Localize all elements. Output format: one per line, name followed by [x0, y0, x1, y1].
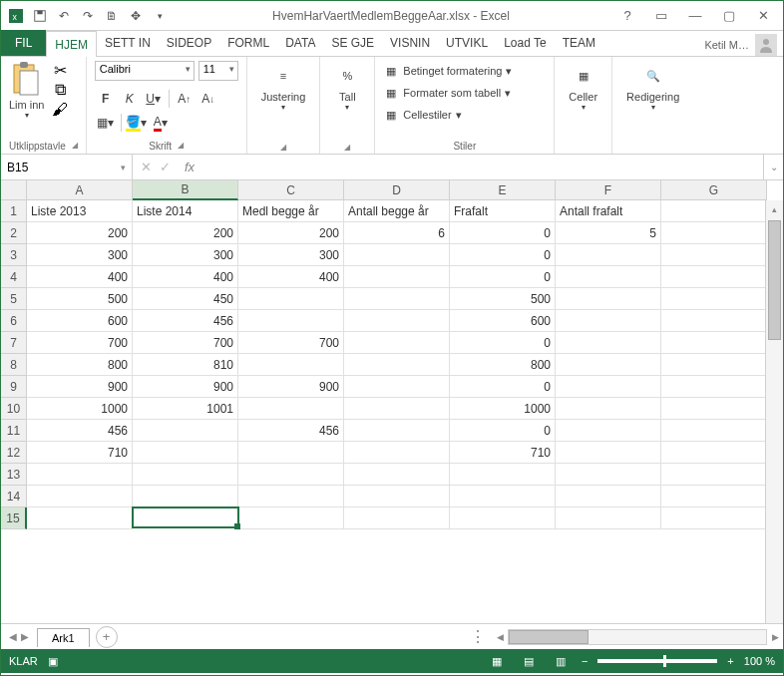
- row-header[interactable]: 14: [1, 486, 27, 507]
- row-header[interactable]: 2: [1, 222, 27, 244]
- cell[interactable]: 1000: [27, 398, 133, 420]
- cell[interactable]: [661, 222, 767, 244]
- bold-button[interactable]: F: [95, 89, 117, 109]
- cell[interactable]: 300: [27, 244, 133, 266]
- zoom-level[interactable]: 100 %: [744, 655, 775, 667]
- row-header[interactable]: 5: [1, 288, 27, 310]
- cell[interactable]: [556, 266, 661, 288]
- cell[interactable]: [556, 376, 661, 398]
- cell[interactable]: Antall begge år: [344, 200, 450, 222]
- zoom-slider[interactable]: [597, 659, 717, 663]
- cell[interactable]: 0: [450, 420, 556, 442]
- cell[interactable]: 300: [133, 244, 238, 266]
- cell[interactable]: 0: [450, 244, 556, 266]
- cell[interactable]: 700: [238, 332, 344, 354]
- cell[interactable]: 0: [450, 332, 556, 354]
- cell[interactable]: [661, 486, 767, 507]
- borders-button[interactable]: ▦▾: [95, 113, 117, 133]
- cell[interactable]: 0: [450, 222, 556, 244]
- custom-icon[interactable]: ✥: [127, 7, 145, 25]
- cell[interactable]: [344, 310, 450, 332]
- row-header[interactable]: 10: [1, 398, 27, 420]
- maximize-button[interactable]: ▢: [715, 6, 743, 26]
- page-break-view-icon[interactable]: ▥: [550, 652, 572, 670]
- cell[interactable]: 1001: [133, 398, 238, 420]
- row-header[interactable]: 11: [1, 420, 27, 442]
- row-header[interactable]: 1: [1, 200, 27, 222]
- sheet-tab[interactable]: Ark1: [37, 628, 90, 647]
- cell[interactable]: [344, 507, 450, 529]
- copy-icon[interactable]: ⧉: [50, 81, 70, 99]
- tab-data[interactable]: DATA: [277, 30, 323, 56]
- cell[interactable]: 450: [133, 288, 238, 310]
- cell[interactable]: [344, 354, 450, 376]
- paste-button[interactable]: Lim inn ▾: [9, 61, 44, 120]
- cell[interactable]: [661, 266, 767, 288]
- cell[interactable]: [661, 376, 767, 398]
- column-header[interactable]: D: [344, 180, 450, 200]
- cell[interactable]: 300: [238, 244, 344, 266]
- cell[interactable]: [556, 332, 661, 354]
- cell[interactable]: Liste 2013: [27, 200, 133, 222]
- cell[interactable]: [450, 507, 556, 529]
- cell[interactable]: Medl begge år: [238, 200, 344, 222]
- cell[interactable]: 0: [450, 266, 556, 288]
- column-header[interactable]: A: [27, 180, 133, 200]
- qat-dropdown-icon[interactable]: ▾: [151, 7, 169, 25]
- cell[interactable]: [133, 442, 238, 464]
- expand-formula-bar-icon[interactable]: ⌄: [763, 155, 783, 179]
- cell[interactable]: [344, 244, 450, 266]
- tab-loadtest[interactable]: Load Te: [496, 30, 555, 56]
- tab-developer[interactable]: UTVIKL: [438, 30, 496, 56]
- row-header[interactable]: 13: [1, 464, 27, 486]
- cell[interactable]: 400: [27, 266, 133, 288]
- format-painter-icon[interactable]: 🖌: [50, 101, 70, 119]
- column-header[interactable]: C: [238, 180, 344, 200]
- cell[interactable]: [344, 398, 450, 420]
- add-sheet-button[interactable]: +: [96, 626, 118, 648]
- cell[interactable]: [344, 332, 450, 354]
- dialog-launcher-icon[interactable]: ◢: [72, 141, 78, 152]
- cell[interactable]: 710: [450, 442, 556, 464]
- cell[interactable]: [556, 420, 661, 442]
- font-color-button[interactable]: A▾: [150, 113, 172, 133]
- cell[interactable]: [556, 442, 661, 464]
- column-header[interactable]: F: [556, 180, 661, 200]
- cell[interactable]: [133, 420, 238, 442]
- cell[interactable]: [238, 354, 344, 376]
- cell-styles-button[interactable]: ▦Cellestiler▾: [383, 105, 461, 125]
- cell[interactable]: 400: [133, 266, 238, 288]
- tab-pagelayout[interactable]: SIDEOP: [159, 30, 219, 56]
- fill-color-button[interactable]: 🪣▾: [126, 113, 148, 133]
- cell[interactable]: 600: [27, 310, 133, 332]
- column-header[interactable]: E: [450, 180, 556, 200]
- row-header[interactable]: 12: [1, 442, 27, 464]
- user-name[interactable]: Ketil M…: [704, 39, 749, 51]
- cell[interactable]: 700: [133, 332, 238, 354]
- tab-insert[interactable]: SETT IN: [97, 30, 159, 56]
- horizontal-scrollbar[interactable]: ⋮ ◀ ▶: [464, 624, 783, 649]
- cell[interactable]: [661, 420, 767, 442]
- cell[interactable]: Antall frafalt: [556, 200, 661, 222]
- cell[interactable]: 1000: [450, 398, 556, 420]
- zoom-out-button[interactable]: −: [582, 655, 588, 667]
- cell[interactable]: 6: [344, 222, 450, 244]
- dialog-launcher-icon[interactable]: ◢: [178, 141, 184, 152]
- cell[interactable]: 700: [27, 332, 133, 354]
- font-name-select[interactable]: Calibri: [95, 61, 195, 81]
- cell[interactable]: Frafalt: [450, 200, 556, 222]
- sheet-nav-prev-icon[interactable]: ◀: [9, 631, 17, 642]
- cell[interactable]: [661, 464, 767, 486]
- cell[interactable]: [556, 310, 661, 332]
- cell[interactable]: [27, 486, 133, 507]
- cell[interactable]: [238, 288, 344, 310]
- tab-team[interactable]: TEAM: [555, 30, 603, 56]
- cell[interactable]: [661, 244, 767, 266]
- select-all-corner[interactable]: [1, 180, 27, 200]
- cell[interactable]: [661, 507, 767, 529]
- tab-review[interactable]: SE GJE: [323, 30, 382, 56]
- number-button[interactable]: % Tall ▾: [328, 61, 366, 114]
- row-header[interactable]: 8: [1, 354, 27, 376]
- cell[interactable]: [661, 200, 767, 222]
- tab-file[interactable]: FIL: [1, 30, 46, 56]
